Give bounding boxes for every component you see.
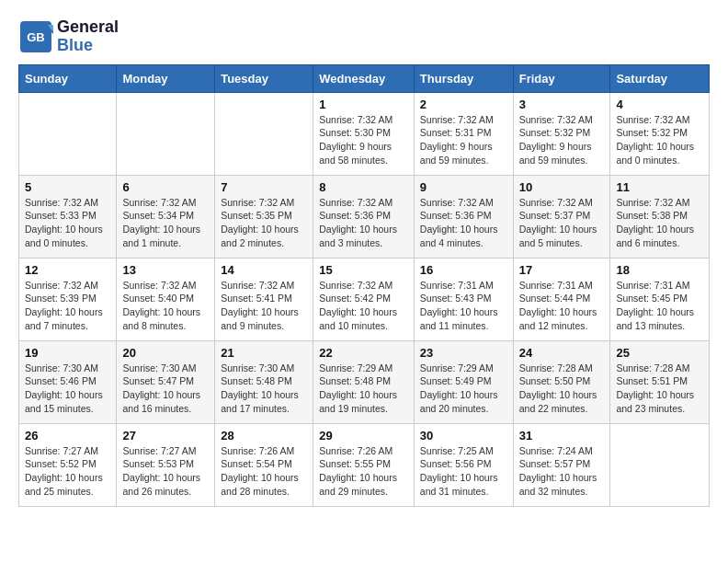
day-number: 22 (319, 346, 408, 360)
day-info: Sunrise: 7:32 AM Sunset: 5:36 PM Dayligh… (319, 196, 408, 250)
calendar-header: SundayMondayTuesdayWednesdayThursdayFrid… (19, 64, 710, 92)
day-number: 15 (319, 263, 408, 277)
weekday-header-friday: Friday (513, 64, 610, 92)
day-info: Sunrise: 7:32 AM Sunset: 5:32 PM Dayligh… (616, 113, 703, 167)
day-number: 25 (616, 346, 703, 360)
calendar-cell: 16Sunrise: 7:31 AM Sunset: 5:43 PM Dayli… (414, 258, 513, 340)
calendar-cell: 27Sunrise: 7:27 AM Sunset: 5:53 PM Dayli… (117, 423, 215, 506)
day-number: 13 (122, 263, 209, 277)
day-info: Sunrise: 7:31 AM Sunset: 5:43 PM Dayligh… (420, 279, 507, 333)
weekday-header-monday: Monday (117, 64, 215, 92)
calendar-cell: 23Sunrise: 7:29 AM Sunset: 5:49 PM Dayli… (414, 340, 513, 423)
day-info: Sunrise: 7:27 AM Sunset: 5:53 PM Dayligh… (122, 444, 209, 499)
calendar-cell: 9Sunrise: 7:32 AM Sunset: 5:36 PM Daylig… (414, 175, 513, 258)
day-number: 26 (25, 429, 110, 442)
calendar-cell: 30Sunrise: 7:25 AM Sunset: 5:56 PM Dayli… (414, 423, 513, 506)
calendar-cell: 28Sunrise: 7:26 AM Sunset: 5:54 PM Dayli… (215, 423, 313, 506)
day-info: Sunrise: 7:32 AM Sunset: 5:39 PM Dayligh… (25, 279, 110, 333)
day-number: 5 (25, 180, 110, 194)
day-info: Sunrise: 7:31 AM Sunset: 5:45 PM Dayligh… (616, 279, 703, 333)
calendar-cell: 1Sunrise: 7:32 AM Sunset: 5:30 PM Daylig… (313, 92, 415, 175)
day-number: 21 (221, 346, 307, 360)
calendar-cell (215, 92, 313, 175)
day-info: Sunrise: 7:32 AM Sunset: 5:41 PM Dayligh… (221, 279, 307, 333)
calendar-cell: 7Sunrise: 7:32 AM Sunset: 5:35 PM Daylig… (215, 175, 313, 258)
calendar-cell: 2Sunrise: 7:32 AM Sunset: 5:31 PM Daylig… (414, 92, 513, 175)
day-info: Sunrise: 7:32 AM Sunset: 5:37 PM Dayligh… (519, 196, 605, 250)
day-info: Sunrise: 7:32 AM Sunset: 5:30 PM Dayligh… (319, 113, 408, 167)
day-info: Sunrise: 7:29 AM Sunset: 5:48 PM Dayligh… (319, 362, 408, 416)
calendar-cell: 15Sunrise: 7:32 AM Sunset: 5:42 PM Dayli… (313, 258, 415, 340)
calendar-cell: 4Sunrise: 7:32 AM Sunset: 5:32 PM Daylig… (610, 92, 710, 175)
day-info: Sunrise: 7:26 AM Sunset: 5:55 PM Dayligh… (319, 444, 408, 499)
day-info: Sunrise: 7:30 AM Sunset: 5:46 PM Dayligh… (25, 362, 110, 416)
calendar-cell: 3Sunrise: 7:32 AM Sunset: 5:32 PM Daylig… (513, 92, 610, 175)
calendar-week-row: 26Sunrise: 7:27 AM Sunset: 5:52 PM Dayli… (19, 423, 710, 506)
calendar-cell: 29Sunrise: 7:26 AM Sunset: 5:55 PM Dayli… (313, 423, 415, 506)
day-number: 17 (519, 263, 605, 277)
page-header: GB General Blue (18, 18, 710, 55)
weekday-header-saturday: Saturday (610, 64, 710, 92)
day-info: Sunrise: 7:32 AM Sunset: 5:32 PM Dayligh… (519, 113, 605, 167)
day-info: Sunrise: 7:32 AM Sunset: 5:42 PM Dayligh… (319, 279, 408, 333)
calendar-cell: 19Sunrise: 7:30 AM Sunset: 5:46 PM Dayli… (19, 340, 117, 423)
day-number: 23 (420, 346, 507, 360)
day-info: Sunrise: 7:32 AM Sunset: 5:36 PM Dayligh… (420, 196, 507, 250)
day-info: Sunrise: 7:31 AM Sunset: 5:44 PM Dayligh… (519, 279, 605, 333)
calendar-cell (117, 92, 215, 175)
day-number: 20 (122, 346, 209, 360)
calendar-cell: 26Sunrise: 7:27 AM Sunset: 5:52 PM Dayli… (19, 423, 117, 506)
svg-text:GB: GB (27, 30, 45, 44)
day-number: 7 (221, 180, 307, 194)
weekday-header-thursday: Thursday (414, 64, 513, 92)
calendar-cell: 6Sunrise: 7:32 AM Sunset: 5:34 PM Daylig… (117, 175, 215, 258)
day-info: Sunrise: 7:28 AM Sunset: 5:51 PM Dayligh… (616, 362, 703, 416)
day-info: Sunrise: 7:32 AM Sunset: 5:35 PM Dayligh… (221, 196, 307, 250)
day-number: 14 (221, 263, 307, 277)
calendar-cell: 10Sunrise: 7:32 AM Sunset: 5:37 PM Dayli… (513, 175, 610, 258)
day-number: 16 (420, 263, 507, 277)
day-info: Sunrise: 7:30 AM Sunset: 5:47 PM Dayligh… (122, 362, 209, 416)
calendar-cell: 11Sunrise: 7:32 AM Sunset: 5:38 PM Dayli… (610, 175, 710, 258)
calendar-cell: 14Sunrise: 7:32 AM Sunset: 5:41 PM Dayli… (215, 258, 313, 340)
calendar-cell (610, 423, 710, 506)
day-info: Sunrise: 7:32 AM Sunset: 5:31 PM Dayligh… (420, 113, 507, 167)
calendar-cell: 18Sunrise: 7:31 AM Sunset: 5:45 PM Dayli… (610, 258, 710, 340)
calendar-week-row: 19Sunrise: 7:30 AM Sunset: 5:46 PM Dayli… (19, 340, 710, 423)
calendar-week-row: 1Sunrise: 7:32 AM Sunset: 5:30 PM Daylig… (19, 92, 710, 175)
logo-text-general: General (57, 17, 119, 36)
calendar-cell: 13Sunrise: 7:32 AM Sunset: 5:40 PM Dayli… (117, 258, 215, 340)
calendar-week-row: 5Sunrise: 7:32 AM Sunset: 5:33 PM Daylig… (19, 175, 710, 258)
day-info: Sunrise: 7:25 AM Sunset: 5:56 PM Dayligh… (420, 444, 507, 499)
day-info: Sunrise: 7:30 AM Sunset: 5:48 PM Dayligh… (221, 362, 307, 416)
day-info: Sunrise: 7:27 AM Sunset: 5:52 PM Dayligh… (25, 444, 110, 499)
calendar-cell: 17Sunrise: 7:31 AM Sunset: 5:44 PM Dayli… (513, 258, 610, 340)
day-info: Sunrise: 7:29 AM Sunset: 5:49 PM Dayligh… (420, 362, 507, 416)
day-number: 9 (420, 180, 507, 194)
day-number: 18 (616, 263, 703, 277)
day-number: 8 (319, 180, 408, 194)
logo-icon: GB (18, 19, 53, 54)
calendar-cell: 5Sunrise: 7:32 AM Sunset: 5:33 PM Daylig… (19, 175, 117, 258)
calendar-cell: 25Sunrise: 7:28 AM Sunset: 5:51 PM Dayli… (610, 340, 710, 423)
day-number: 6 (122, 180, 209, 194)
day-info: Sunrise: 7:32 AM Sunset: 5:33 PM Dayligh… (25, 196, 110, 250)
calendar-cell: 12Sunrise: 7:32 AM Sunset: 5:39 PM Dayli… (19, 258, 117, 340)
logo: GB General Blue (18, 18, 119, 55)
weekday-header-tuesday: Tuesday (215, 64, 313, 92)
day-info: Sunrise: 7:32 AM Sunset: 5:34 PM Dayligh… (122, 196, 209, 250)
calendar-cell: 20Sunrise: 7:30 AM Sunset: 5:47 PM Dayli… (117, 340, 215, 423)
day-number: 24 (519, 346, 605, 360)
day-number: 12 (25, 263, 110, 277)
logo-text-blue: Blue (57, 37, 119, 55)
day-number: 3 (519, 98, 605, 111)
day-number: 29 (319, 429, 408, 442)
calendar-week-row: 12Sunrise: 7:32 AM Sunset: 5:39 PM Dayli… (19, 258, 710, 340)
day-number: 30 (420, 429, 507, 442)
weekday-header-sunday: Sunday (19, 64, 117, 92)
day-number: 28 (221, 429, 307, 442)
calendar-cell: 21Sunrise: 7:30 AM Sunset: 5:48 PM Dayli… (215, 340, 313, 423)
calendar-cell (19, 92, 117, 175)
day-number: 19 (25, 346, 110, 360)
day-info: Sunrise: 7:32 AM Sunset: 5:38 PM Dayligh… (616, 196, 703, 250)
